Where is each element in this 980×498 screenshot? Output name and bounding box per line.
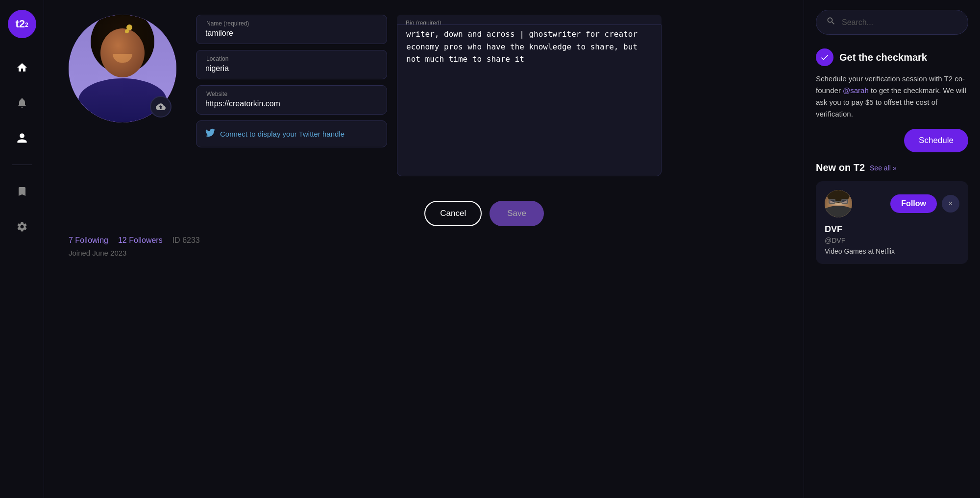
sidebar-item-home[interactable] bbox=[11, 57, 33, 78]
name-input[interactable] bbox=[205, 29, 378, 38]
user-card: Follow × DVF @DVF Video Games at Netflix bbox=[816, 181, 968, 264]
app-logo[interactable]: t2 2 bbox=[8, 10, 36, 38]
user-bio: Video Games at Netflix bbox=[825, 247, 959, 255]
user-handle: @DVF bbox=[825, 237, 959, 244]
bookmark-icon bbox=[16, 186, 28, 197]
name-field-group: Name (required) bbox=[196, 15, 387, 44]
schedule-button[interactable]: Schedule bbox=[904, 129, 968, 152]
sidebar: t2 2 bbox=[0, 0, 44, 498]
following-link[interactable]: 7 Following bbox=[69, 236, 108, 245]
new-on-t2-section: New on T2 See all » bbox=[816, 152, 968, 264]
follow-button[interactable]: Follow bbox=[890, 194, 937, 213]
search-bar bbox=[816, 10, 968, 35]
user-avatar bbox=[825, 190, 852, 217]
right-sidebar: Get the checkmark Schedule your verifica… bbox=[804, 0, 980, 498]
website-input[interactable] bbox=[205, 99, 378, 108]
location-label: Location bbox=[205, 55, 378, 62]
name-label: Name (required) bbox=[205, 20, 378, 27]
settings-icon bbox=[16, 221, 28, 233]
see-all-link[interactable]: See all » bbox=[870, 164, 896, 172]
sidebar-item-notifications[interactable] bbox=[11, 92, 33, 114]
search-icon bbox=[826, 16, 836, 28]
checkmark-sarah-handle: @sarah bbox=[843, 86, 869, 95]
profile-header: Name (required) Location Website bbox=[69, 15, 779, 176]
upload-avatar-button[interactable] bbox=[150, 96, 172, 118]
checkmark-badge bbox=[816, 48, 833, 66]
twitter-connect-button[interactable]: Connect to display your Twitter handle bbox=[196, 120, 387, 147]
bio-input[interactable]: writer, down and across | ghostwriter fo… bbox=[397, 24, 662, 176]
followers-count: 12 bbox=[118, 236, 127, 244]
save-button[interactable]: Save bbox=[490, 201, 544, 226]
home-icon bbox=[16, 62, 28, 73]
following-count: 7 bbox=[69, 236, 73, 244]
sidebar-item-settings[interactable] bbox=[11, 216, 33, 237]
location-input[interactable] bbox=[205, 64, 378, 73]
user-name: DVF bbox=[825, 224, 959, 235]
user-id: ID 6233 bbox=[172, 236, 200, 245]
website-field-group: Website bbox=[196, 85, 387, 115]
bell-icon bbox=[16, 97, 28, 109]
dismiss-button[interactable]: × bbox=[942, 195, 959, 213]
upload-cloud-icon bbox=[156, 102, 166, 112]
sidebar-divider bbox=[12, 165, 32, 165]
search-input[interactable] bbox=[842, 18, 958, 27]
avatar-container bbox=[69, 15, 176, 122]
website-label: Website bbox=[205, 91, 378, 97]
cancel-button[interactable]: Cancel bbox=[424, 201, 482, 226]
main-content: Name (required) Location Website bbox=[44, 0, 804, 498]
stats-row: 7 Following 12 Followers ID 6233 bbox=[69, 236, 779, 245]
checkmark-icon bbox=[820, 52, 830, 62]
form-left: Name (required) Location Website bbox=[196, 15, 387, 176]
followers-link[interactable]: 12 Followers bbox=[118, 236, 163, 245]
person-icon bbox=[16, 132, 28, 144]
sidebar-item-bookmark[interactable] bbox=[11, 181, 33, 202]
action-buttons: Cancel Save bbox=[69, 201, 544, 226]
twitter-bird-icon bbox=[205, 128, 215, 140]
location-field-group: Location bbox=[196, 50, 387, 79]
checkmark-title: Get the checkmark bbox=[839, 52, 927, 63]
twitter-connect-text: Connect to display your Twitter handle bbox=[220, 130, 344, 138]
checkmark-description: Schedule your verification session with … bbox=[816, 73, 968, 120]
new-on-t2-title: New on T2 bbox=[816, 162, 865, 173]
form-section: Name (required) Location Website bbox=[196, 15, 779, 176]
joined-date: Joined June 2023 bbox=[69, 249, 779, 257]
sidebar-item-profile[interactable] bbox=[11, 127, 33, 149]
checkmark-card: Get the checkmark Schedule your verifica… bbox=[816, 48, 968, 120]
bio-container: Bio (required) writer, down and across |… bbox=[397, 15, 662, 176]
